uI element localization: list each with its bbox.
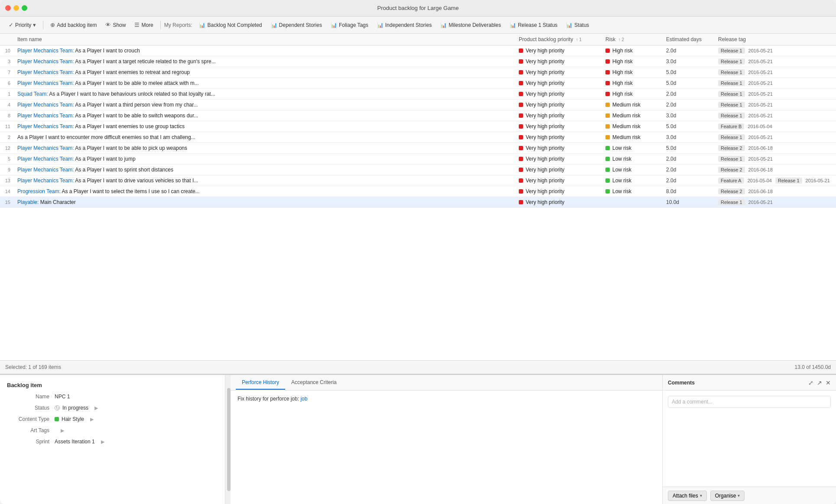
row-item-name[interactable]: Player Mechanics Team: As a Player I wan… — [14, 56, 515, 67]
comments-action-buttons: ⤢ ↗ ✕ — [808, 379, 831, 386]
attach-files-button[interactable]: Attach files ▾ — [668, 491, 707, 501]
report-milestone-deliverables[interactable]: 📊 Milestone Deliverables — [437, 20, 504, 30]
bar-chart-icon-4: 📊 — [377, 22, 384, 28]
report-label-7: Status — [574, 22, 589, 28]
minimize-button[interactable] — [13, 5, 19, 11]
detail-scrollbar[interactable] — [225, 375, 231, 504]
table-row[interactable]: 8Player Mechanics Team: As a Player I wa… — [0, 110, 836, 121]
organise-button[interactable]: Organise ▾ — [710, 491, 745, 501]
release-date: 2016-06-18 — [748, 145, 773, 151]
row-item-name[interactable]: Player Mechanics Team: As a Player I wan… — [14, 175, 515, 186]
maximize-button[interactable] — [22, 5, 27, 11]
row-item-name[interactable]: Player Mechanics Team: As a Player I wan… — [14, 110, 515, 121]
row-estimated: 2.0d — [663, 165, 715, 175]
row-item-name[interactable]: Player Mechanics Team: As a Player I wan… — [14, 121, 515, 132]
release-date: 2016-05-21 — [748, 113, 773, 118]
row-item-name[interactable]: Player Mechanics Team: As a Player I wan… — [14, 143, 515, 154]
table-row[interactable]: 10Player Mechanics Team: As a Player I w… — [0, 45, 836, 56]
row-item-name[interactable]: Progression Team: As a Player I want to … — [14, 186, 515, 197]
close-comments-button[interactable]: ✕ — [826, 379, 831, 386]
report-label-5: Milestone Deliverables — [449, 22, 501, 28]
row-release: Release 12016-05-21 — [715, 78, 836, 89]
close-button[interactable] — [5, 5, 11, 11]
table-row[interactable]: 11Player Mechanics Team: As a Player I w… — [0, 121, 836, 132]
status-expand-arrow[interactable]: ▶ — [94, 405, 98, 411]
table-row[interactable]: 6Player Mechanics Team: As a Player I wa… — [0, 78, 836, 89]
report-status[interactable]: 📊 Status — [563, 20, 592, 30]
add-comment-input[interactable]: Add a comment... — [668, 396, 831, 408]
table-row[interactable]: 12Player Mechanics Team: As a Player I w… — [0, 143, 836, 154]
expand-icon-button[interactable]: ⤢ — [808, 379, 813, 386]
row-release: Release 22016-06-18 — [715, 186, 836, 197]
field-art-tags-value[interactable]: ▶ — [55, 428, 64, 433]
external-link-button[interactable]: ↗ — [817, 379, 822, 386]
table-row[interactable]: 7Player Mechanics Team: As a Player I wa… — [0, 67, 836, 78]
risk-dot — [605, 48, 610, 53]
row-item-name[interactable]: As a Player I want to encounter more dif… — [14, 132, 515, 143]
row-risk: Low risk — [602, 154, 663, 165]
table-row[interactable]: 14Progression Team: As a Player I want t… — [0, 186, 836, 197]
priority-dropdown[interactable]: ✓ Priority ▾ — [5, 20, 39, 30]
art-tags-expand-arrow[interactable]: ▶ — [61, 428, 64, 433]
report-independent-stories[interactable]: 📊 Independent Stories — [374, 20, 435, 30]
priority-dot — [519, 92, 523, 96]
row-risk: Low risk — [602, 186, 663, 197]
table-row[interactable]: 1Squad Team: As a Player I want to have … — [0, 89, 836, 100]
row-priority: Very high priority — [515, 89, 602, 100]
row-priority: Very high priority — [515, 110, 602, 121]
add-backlog-label: Add backlog item — [57, 22, 97, 28]
row-item-name[interactable]: Squad Team: As a Player I want to have b… — [14, 89, 515, 100]
team-name: Squad Team: — [17, 91, 48, 97]
table-row[interactable]: 5Player Mechanics Team: As a Player I wa… — [0, 154, 836, 165]
row-item-name[interactable]: Playable: Main Character — [14, 197, 515, 208]
row-release: Release 22016-06-18 — [715, 165, 836, 175]
more-button[interactable]: ☰ More — [131, 20, 156, 30]
team-name: Player Mechanics Team: — [17, 113, 74, 119]
field-status-value[interactable]: ↻ In progress ▶ — [55, 405, 98, 411]
table-container[interactable]: Item name Product backlog priority ↑ 1 R… — [0, 34, 836, 360]
perforce-job-link[interactable]: job — [300, 396, 307, 402]
row-item-name[interactable]: Player Mechanics Team: As a Player I wan… — [14, 45, 515, 56]
row-estimated: 5.0d — [663, 67, 715, 78]
col-item-name[interactable]: Item name — [14, 34, 515, 45]
field-content-type-value[interactable]: Hair Style ▶ — [55, 416, 94, 422]
col-priority[interactable]: Product backlog priority ↑ 1 — [515, 34, 602, 45]
release-badge: Feature B — [718, 123, 744, 129]
row-item-name[interactable]: Player Mechanics Team: As a Player I wan… — [14, 67, 515, 78]
col-estimated[interactable]: Estimated days — [663, 34, 715, 45]
field-sprint-value[interactable]: Assets Iteration 1 ▶ — [55, 439, 104, 445]
priority-label: Very high priority — [526, 188, 564, 194]
sprint-expand-arrow[interactable]: ▶ — [101, 439, 104, 445]
table-row[interactable]: 3Player Mechanics Team: As a Player I wa… — [0, 56, 836, 67]
row-item-name[interactable]: Player Mechanics Team: As a Player I wan… — [14, 154, 515, 165]
row-estimated: 2.0d — [663, 154, 715, 165]
table-row[interactable]: 2As a Player I want to encounter more di… — [0, 132, 836, 143]
report-dependent-stories[interactable]: 📊 Dependent Stories — [267, 20, 325, 30]
tab-perforce-history[interactable]: Perforce History — [236, 376, 285, 390]
table-row[interactable]: 15Playable: Main CharacterVery high prio… — [0, 197, 836, 208]
table-row[interactable]: 4Player Mechanics Team: As a Player I wa… — [0, 100, 836, 110]
field-name-value[interactable]: NPC 1 — [55, 394, 70, 400]
scrollbar-thumb[interactable] — [227, 388, 231, 491]
priority-dot — [519, 200, 523, 204]
release-badge: Release 1 — [718, 113, 745, 119]
row-item-name[interactable]: Player Mechanics Team: As a Player I wan… — [14, 78, 515, 89]
row-risk: Low risk — [602, 143, 663, 154]
row-item-name[interactable]: Player Mechanics Team: As a Player I wan… — [14, 100, 515, 110]
show-button[interactable]: 👁 Show — [102, 20, 129, 30]
col-release[interactable]: Release tag — [715, 34, 836, 45]
content-type-expand-arrow[interactable]: ▶ — [90, 417, 94, 422]
detail-fields-panel: Backlog item Name NPC 1 Status ↻ In prog… — [0, 375, 225, 504]
table-row[interactable]: 13Player Mechanics Team: As a Player I w… — [0, 175, 836, 186]
report-foliage-tags[interactable]: 📊 Foliage Tags — [327, 20, 372, 30]
report-backlog-not-completed[interactable]: 📊 Backlog Not Completed — [195, 20, 265, 30]
report-release-1-status[interactable]: 📊 Release 1 Status — [506, 20, 561, 30]
table-row[interactable]: 9Player Mechanics Team: As a Player I wa… — [0, 165, 836, 175]
priority-label: Very high priority — [526, 102, 564, 108]
add-backlog-button[interactable]: ⊕ Add backlog item — [47, 20, 100, 30]
row-item-name[interactable]: Player Mechanics Team: As a Player I wan… — [14, 165, 515, 175]
row-release: Release 12016-05-21 — [715, 56, 836, 67]
col-risk[interactable]: Risk ↑ 2 — [602, 34, 663, 45]
more-label: More — [141, 22, 153, 28]
tab-acceptance-criteria[interactable]: Acceptance Criteria — [285, 376, 343, 390]
